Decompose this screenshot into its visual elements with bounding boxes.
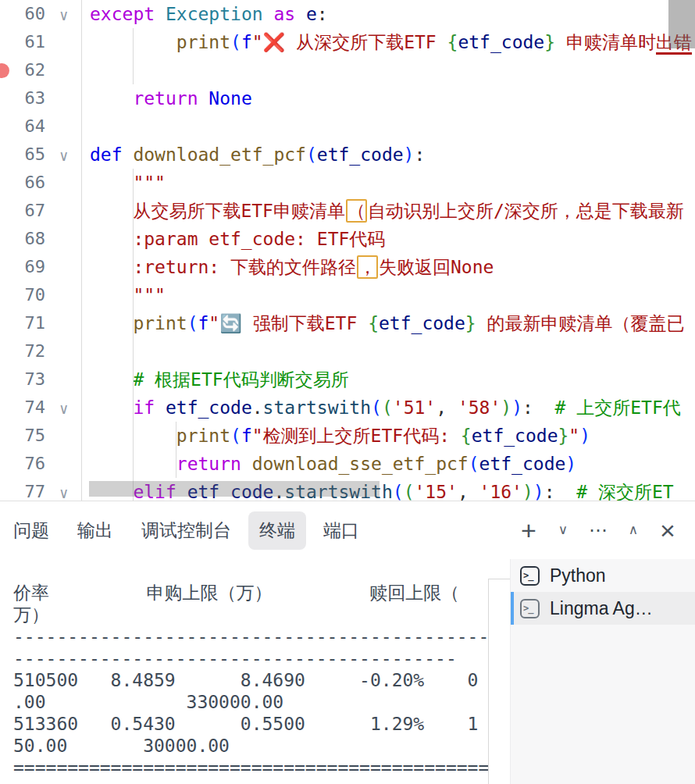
line-number: 75: [0, 422, 45, 450]
code-line-74[interactable]: 74∨ if etf_code.startswith(('51', '58'))…: [0, 394, 695, 422]
ide-window: 60∨except Exception as e:61 print(f"❌ 从深…: [0, 0, 695, 784]
terminal-row: ----------------------------------------…: [0, 625, 510, 647]
code-text: return None: [90, 84, 252, 112]
terminal-row: 510500 8.4859 8.4690 -0.20% 0: [0, 669, 510, 691]
new-terminal-button[interactable]: +: [520, 521, 537, 540]
code-line-60[interactable]: 60∨except Exception as e:: [0, 0, 695, 28]
line-number: 77: [0, 478, 45, 501]
code-text: # 根据ETF代码判断交易所: [90, 365, 349, 394]
line-number: 68: [0, 225, 45, 253]
bottom-panel: 问题输出调试控制台终端端口 +∨⋯∧× 价率 申购上限（万） 赎回上限（万）--…: [0, 501, 695, 784]
terminal-row: 价率 申购上限（万） 赎回上限（: [0, 582, 510, 604]
code-lines: 60∨except Exception as e:61 print(f"❌ 从深…: [0, 0, 695, 501]
line-number: 60: [0, 0, 45, 28]
terminal-scrollbar-track[interactable]: [488, 579, 510, 784]
code-line-72[interactable]: 72: [0, 337, 695, 365]
code-text: except Exception as e:: [90, 0, 328, 28]
panel-tab-ports[interactable]: 端口: [323, 519, 359, 543]
code-line-71[interactable]: 71 print(f"🔄 强制下载ETF {etf_code} 的最新申赎清单（…: [0, 309, 695, 337]
code-text: :return: 下载的文件路径，失败返回None: [90, 253, 494, 281]
terminal-session-lingma[interactable]: >_Lingma Ag…: [511, 592, 695, 625]
line-number: 76: [0, 450, 45, 478]
code-line-61[interactable]: 61 print(f"❌ 从深交所下载ETF {etf_code} 申赎清单时出…: [0, 28, 695, 56]
code-line-68[interactable]: 68 :param etf_code: ETF代码: [0, 225, 695, 253]
indent-guide: [176, 422, 176, 478]
terminal-row: 50.00 30000.00: [0, 735, 510, 757]
line-number: 72: [0, 337, 45, 365]
code-text: print(f"❌ 从深交所下载ETF {etf_code} 申赎清单时出错: [90, 28, 692, 56]
code-line-73[interactable]: 73 # 根据ETF代码判断交易所: [0, 365, 695, 394]
terminal-sessions-list: >_Python>_Lingma Ag…: [510, 559, 695, 784]
terminal-row: ========================================…: [0, 757, 510, 779]
terminal-output[interactable]: 价率 申购上限（万） 赎回上限（万）----------------------…: [0, 559, 510, 784]
panel-tab-terminal[interactable]: 终端: [248, 511, 306, 550]
indent-guide: [133, 28, 134, 84]
code-line-66[interactable]: 66 """: [0, 169, 695, 197]
line-number: 61: [0, 28, 45, 56]
terminal-session-python[interactable]: >_Python: [511, 559, 695, 592]
vertical-scrollbar-thumb[interactable]: [668, 0, 695, 48]
panel-tabs-bar: 问题输出调试控制台终端端口 +∨⋯∧×: [0, 501, 695, 559]
line-number: 63: [0, 84, 45, 112]
code-line-63[interactable]: 63 return None: [0, 84, 695, 112]
panel-tab-output[interactable]: 输出: [77, 519, 113, 543]
code-text: """: [90, 281, 166, 309]
line-number: 62: [0, 56, 45, 84]
code-line-75[interactable]: 75 print(f"检测到上交所ETF代码: {etf_code}"): [0, 422, 695, 450]
panel-tab-debug-console[interactable]: 调试控制台: [141, 519, 231, 543]
code-text: print(f"🔄 强制下载ETF {etf_code} 的最新申赎清单（覆盖已: [90, 309, 685, 337]
indent-guide: [133, 169, 134, 501]
code-text: return download_sse_etf_pcf(etf_code): [90, 450, 576, 478]
code-editor[interactable]: 60∨except Exception as e:61 print(f"❌ 从深…: [0, 0, 695, 501]
code-line-70[interactable]: 70 """: [0, 281, 695, 309]
maximize-panel-button[interactable]: ∧: [625, 521, 642, 540]
more-actions-button[interactable]: ⋯: [589, 521, 608, 540]
line-number: 67: [0, 197, 45, 225]
horizontal-scrollbar-thumb[interactable]: [89, 481, 380, 497]
line-number: 70: [0, 281, 45, 309]
code-line-76[interactable]: 76 return download_sse_etf_pcf(etf_code): [0, 450, 695, 478]
terminal-row: ----------------------------------------…: [0, 647, 510, 669]
code-text: print(f"检测到上交所ETF代码: {etf_code}"): [90, 422, 590, 450]
fold-chevron-icon[interactable]: ∨: [59, 479, 68, 501]
line-number: 64: [0, 112, 45, 141]
code-text: :param etf_code: ETF代码: [90, 225, 385, 253]
line-number: 69: [0, 253, 45, 281]
terminal-row: 万）: [0, 604, 510, 625]
code-line-69[interactable]: 69 :return: 下载的文件路径，失败返回None: [0, 253, 695, 281]
code-text: if etf_code.startswith(('51', '58')): # …: [90, 394, 681, 422]
code-line-62[interactable]: 62: [0, 56, 695, 84]
terminal-row: .00 330000.00: [0, 691, 510, 713]
terminal-launch-dropdown-button[interactable]: ∨: [554, 521, 572, 540]
terminal-row: 513360 0.5430 0.5500 1.29% 1: [0, 713, 510, 735]
terminal-icon: >_: [520, 566, 540, 586]
line-number: 74: [0, 394, 45, 422]
fold-chevron-icon[interactable]: ∨: [59, 1, 68, 29]
line-number: 65: [0, 141, 45, 169]
line-number: 66: [0, 169, 45, 197]
line-number: 73: [0, 365, 45, 394]
code-line-64[interactable]: 64: [0, 112, 695, 141]
terminal-session-label: Python: [550, 565, 606, 586]
code-line-67[interactable]: 67 从交易所下载ETF申赎清单（自动识别上交所/深交所，总是下载最新: [0, 197, 695, 225]
fold-chevron-icon[interactable]: ∨: [59, 394, 68, 422]
panel-tab-problems[interactable]: 问题: [13, 519, 49, 543]
close-panel-button[interactable]: ×: [659, 521, 676, 540]
code-text: def download_etf_pcf(etf_code):: [90, 141, 425, 169]
line-number: 71: [0, 309, 45, 337]
code-text: 从交易所下载ETF申赎清单（自动识别上交所/深交所，总是下载最新: [90, 197, 684, 225]
terminal-icon: >_: [520, 599, 540, 618]
terminal-session-label: Lingma Ag…: [550, 598, 653, 619]
code-text: """: [90, 169, 166, 197]
selected-indicator-bar: [511, 592, 514, 625]
code-line-65[interactable]: 65∨def download_etf_pcf(etf_code):: [0, 141, 695, 169]
fold-chevron-icon[interactable]: ∨: [59, 141, 68, 169]
